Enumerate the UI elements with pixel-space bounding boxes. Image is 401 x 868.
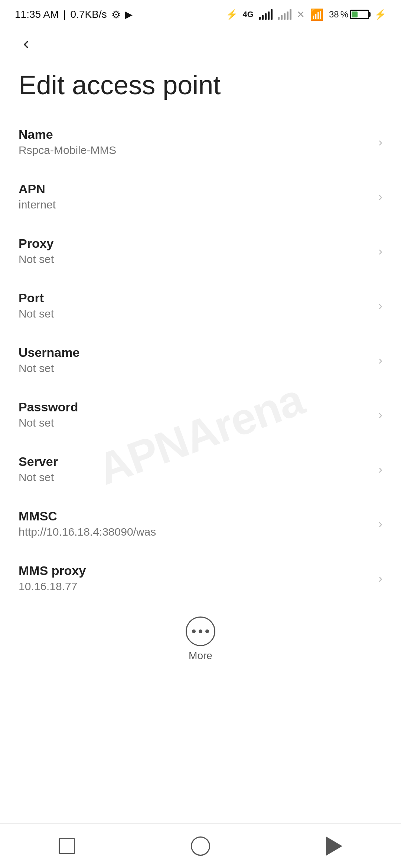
settings-item-value-apn: internet — [19, 198, 371, 211]
chevron-icon-name: › — [378, 135, 382, 149]
settings-item-port[interactable]: Port Not set › — [0, 278, 401, 333]
settings-item-content-port: Port Not set — [19, 291, 371, 320]
dot-2 — [199, 629, 202, 633]
nav-bar — [0, 823, 401, 868]
settings-list: Name Rspca-Mobile-MMS › APN internet › P… — [0, 115, 401, 605]
settings-item-value-password: Not set — [19, 417, 371, 429]
battery-fill — [352, 11, 358, 17]
settings-item-content-password: Password Not set — [19, 400, 371, 429]
settings-item-title-mmsc: MMSC — [19, 509, 371, 523]
settings-item-title-server: Server — [19, 454, 371, 469]
settings-item-content-mms-proxy: MMS proxy 10.16.18.77 — [19, 563, 371, 593]
battery-percent: 38 — [329, 9, 339, 20]
more-button[interactable] — [186, 617, 215, 646]
video-icon: ▶ — [125, 9, 133, 20]
battery-box — [350, 10, 369, 19]
back-button[interactable] — [15, 33, 37, 56]
chevron-icon-apn: › — [378, 189, 382, 204]
settings-item-password[interactable]: Password Not set › — [0, 387, 401, 442]
settings-item-value-mmsc: http://10.16.18.4:38090/was — [19, 526, 371, 538]
settings-item-value-server: Not set — [19, 471, 371, 484]
no-signal-icon: ✕ — [297, 9, 305, 20]
charge-icon: ⚡ — [374, 9, 386, 20]
settings-item-content-server: Server Not set — [19, 454, 371, 484]
chevron-icon-proxy: › — [378, 244, 382, 258]
settings-item-value-mms-proxy: 10.16.18.77 — [19, 580, 371, 593]
settings-item-title-mms-proxy: MMS proxy — [19, 563, 371, 578]
settings-item-proxy[interactable]: Proxy Not set › — [0, 224, 401, 278]
settings-item-content-name: Name Rspca-Mobile-MMS — [19, 127, 371, 157]
home-icon — [191, 836, 210, 856]
settings-item-value-name: Rspca-Mobile-MMS — [19, 144, 371, 157]
network-type: 4G — [243, 10, 254, 19]
settings-item-title-port: Port — [19, 291, 371, 305]
more-section: More — [0, 605, 401, 669]
nav-back-button[interactable] — [319, 831, 349, 861]
battery-percent-sign: % — [340, 9, 348, 20]
back-icon — [326, 836, 342, 856]
dot-3 — [205, 629, 209, 633]
status-right: ⚡ 4G ✕ 📶 38 % — [226, 8, 386, 21]
speed-display: 0.7KB/s — [71, 9, 107, 20]
bluetooth-icon: ⚡ — [226, 9, 238, 20]
settings-item-content-username: Username Not set — [19, 345, 371, 375]
settings-item-username[interactable]: Username Not set › — [0, 333, 401, 387]
settings-item-title-password: Password — [19, 400, 371, 414]
settings-item-content-mmsc: MMSC http://10.16.18.4:38090/was — [19, 509, 371, 538]
page-title: Edit access point — [0, 59, 401, 115]
settings-item-server[interactable]: Server Not set › — [0, 442, 401, 496]
settings-item-content-apn: APN internet — [19, 182, 371, 211]
settings-item-value-port: Not set — [19, 308, 371, 320]
status-bar: 11:35 AM | 0.7KB/s ⚙ ▶ ⚡ 4G ✕ 📶 — [0, 0, 401, 26]
settings-item-title-username: Username — [19, 345, 371, 360]
settings-item-mms-proxy[interactable]: MMS proxy 10.16.18.77 › — [0, 551, 401, 605]
settings-item-value-proxy: Not set — [19, 253, 371, 266]
battery-container: 38 % — [329, 9, 369, 20]
settings-item-value-username: Not set — [19, 362, 371, 375]
main-content: Name Rspca-Mobile-MMS › APN internet › P… — [0, 115, 401, 721]
status-left: 11:35 AM | 0.7KB/s ⚙ ▶ — [15, 9, 133, 21]
nav-recents-button[interactable] — [52, 831, 82, 861]
settings-item-title-apn: APN — [19, 182, 371, 196]
chevron-icon-password: › — [378, 407, 382, 422]
settings-item-name[interactable]: Name Rspca-Mobile-MMS › — [0, 115, 401, 169]
settings-item-content-proxy: Proxy Not set — [19, 236, 371, 266]
wifi-icon: 📶 — [310, 8, 324, 21]
settings-item-title-name: Name — [19, 127, 371, 142]
more-dots-icon — [192, 629, 209, 633]
time-display: 11:35 AM — [15, 9, 59, 20]
chevron-icon-mmsc: › — [378, 516, 382, 531]
more-label: More — [189, 650, 212, 662]
gear-icon: ⚙ — [111, 9, 121, 21]
signal-bars-2 — [278, 9, 291, 20]
chevron-icon-server: › — [378, 462, 382, 476]
back-arrow-icon — [20, 39, 32, 50]
toolbar — [0, 26, 401, 59]
dot-1 — [192, 629, 196, 633]
signal-bars-1 — [259, 9, 273, 20]
chevron-icon-port: › — [378, 298, 382, 313]
settings-item-mmsc[interactable]: MMSC http://10.16.18.4:38090/was › — [0, 496, 401, 551]
chevron-icon-mms-proxy: › — [378, 571, 382, 585]
separator: | — [63, 9, 66, 20]
chevron-icon-username: › — [378, 353, 382, 367]
settings-item-title-proxy: Proxy — [19, 236, 371, 251]
recents-icon — [59, 838, 75, 854]
nav-home-button[interactable] — [186, 831, 215, 861]
settings-item-apn[interactable]: APN internet › — [0, 169, 401, 224]
